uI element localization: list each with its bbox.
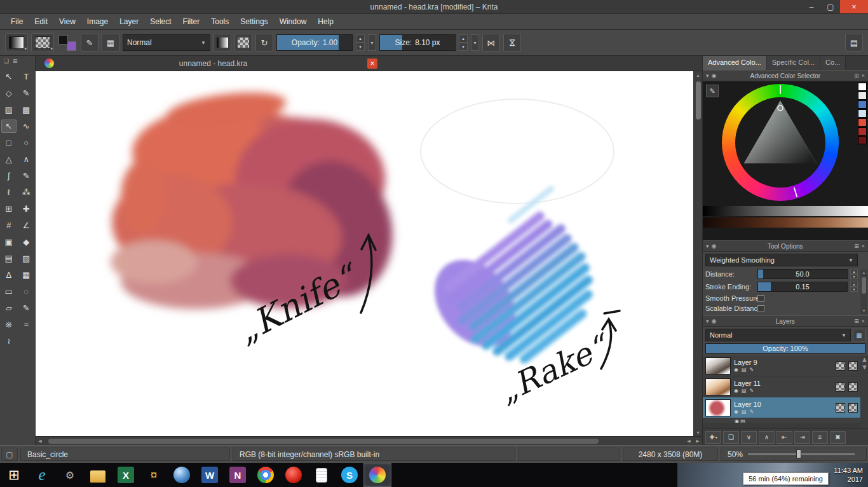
taskbar-word[interactable]: W [196, 463, 224, 487]
layer-lock-icon[interactable]: ▤ [742, 367, 747, 373]
dynamic-brush-tool[interactable]: ℓ [1, 186, 17, 199]
color-shade-bar[interactable] [703, 217, 868, 228]
menu-item[interactable]: Settings [234, 15, 273, 28]
layer-alpha-icon[interactable]: ✎ [750, 367, 754, 373]
brush-preset-chooser-button[interactable]: ▦ [102, 34, 119, 51]
spin-up-icon[interactable]: ▲ [850, 269, 858, 274]
color-swatch[interactable] [858, 92, 867, 100]
magnetic-select-tool[interactable]: ≀ [1, 334, 17, 348]
spin-up-icon[interactable]: ▲ [356, 34, 365, 43]
delete-layer-button[interactable]: ✖ [830, 431, 846, 444]
color-swatch[interactable] [858, 109, 867, 118]
rect-select-tool[interactable]: ▭ [1, 285, 17, 298]
spin-down-icon[interactable]: ▼ [850, 287, 858, 292]
layer-visibility-icon[interactable]: ◉ [734, 388, 738, 394]
collapse-icon[interactable]: ▾ [706, 243, 709, 249]
menu-item[interactable]: Image [81, 15, 114, 28]
background-color-swatch[interactable] [67, 41, 76, 51]
spin-up-icon[interactable]: ▲ [850, 282, 858, 287]
taskbar-clock[interactable]: 11:43 AM 2017 [834, 466, 863, 484]
menu-item[interactable]: Select [144, 15, 177, 28]
taskbar-excel[interactable]: X [112, 463, 140, 487]
layer-visibility-icon[interactable]: ◉ [734, 409, 738, 415]
collapse-icon[interactable]: ▾ [706, 318, 709, 324]
smooth-pressure-checkbox[interactable] [757, 295, 764, 302]
color-swatch[interactable] [858, 83, 867, 91]
gradient-edit-tool[interactable]: ▨ [1, 103, 17, 116]
opacity-slider[interactable]: Opacity: 1.00 [276, 34, 353, 51]
move-layer-left-button[interactable]: ⇤ [776, 431, 792, 444]
paint-gradient-button[interactable] [214, 34, 231, 51]
move-layer-right-button[interactable]: ⇥ [794, 431, 810, 444]
opacity-dropdown-button[interactable]: ▼ [368, 34, 376, 51]
layer-opacity-slider[interactable]: Opacity: 100% [705, 343, 865, 353]
polygon-tool[interactable]: △ [1, 153, 17, 166]
mirror-vertical-button[interactable]: ⋈ [503, 34, 521, 51]
option-slider[interactable]: 50.0 [757, 269, 848, 279]
taskbar-globe[interactable] [168, 463, 196, 487]
similar-select-tool[interactable]: ≈ [18, 318, 34, 331]
canvas-horizontal-scrollbar[interactable]: ◀ ◀ ▶ [36, 436, 702, 445]
float-docker-icon[interactable]: ⊞ [854, 72, 859, 79]
advanced-color-selector[interactable]: ✎ [703, 81, 868, 240]
foreground-color-swatch[interactable] [58, 35, 68, 45]
color-swatch[interactable] [858, 100, 867, 109]
gradient-chooser-button[interactable]: ▾ [5, 33, 28, 52]
gradient-tool[interactable]: ▤ [1, 252, 17, 265]
calligraphy-tool[interactable]: ✎ [18, 86, 34, 100]
taskbar-settings[interactable]: ⚙ [56, 463, 84, 487]
scrollbar-thumb[interactable] [862, 277, 866, 294]
smart-patch-tool[interactable]: ▧ [18, 252, 34, 265]
menu-item[interactable]: Layer [114, 15, 144, 28]
scroll-down-icon[interactable]: ▼ [861, 363, 868, 371]
docker-menu-icon[interactable]: ◉ [712, 243, 717, 249]
taskbar-krita[interactable] [363, 463, 391, 487]
add-layer-button[interactable]: ✚▾ [705, 431, 721, 444]
layer-row[interactable]: Layer 9 ◉ ▤ ✎ [703, 355, 860, 376]
color-swatch[interactable] [858, 136, 867, 144]
text-tool[interactable]: T [18, 70, 34, 83]
foreground-background-colors[interactable] [57, 33, 78, 52]
menu-item[interactable]: View [53, 15, 81, 28]
hue-ring[interactable] [722, 84, 839, 201]
transform-tool[interactable]: # [1, 219, 17, 232]
toolbox-float-icon[interactable]: ❏ [4, 58, 9, 67]
polygon-select-tool[interactable]: ▱ [1, 301, 17, 315]
collapse-icon[interactable]: ▾ [706, 72, 709, 79]
color-picker-tool[interactable]: ◆ [18, 235, 34, 249]
scroll-left-icon[interactable]: ◀ [684, 437, 693, 445]
scroll-down-icon[interactable]: ▼ [694, 429, 702, 436]
layer-visibility-icon[interactable]: ◉ [734, 367, 738, 373]
canvas-vertical-scrollbar[interactable]: ▲ ▼ [693, 71, 702, 436]
grid-tool[interactable]: ▦ [18, 268, 34, 282]
menu-item[interactable]: File [5, 15, 29, 28]
docker-tab[interactable]: Co... [820, 56, 846, 70]
pattern-chooser-button[interactable]: ▾ [31, 33, 54, 52]
outline-select-tool[interactable]: ✎ [18, 301, 34, 315]
docker-tab[interactable]: Specific Col... [767, 56, 820, 70]
freehand-brush-tool[interactable]: ✎ [18, 169, 34, 182]
color-swatch[interactable] [858, 118, 867, 127]
toolbox-menu-icon[interactable]: ⊞ [13, 58, 18, 67]
taskbar-skype[interactable]: S [336, 463, 363, 487]
option-slider[interactable]: 0.15 [757, 282, 848, 292]
float-docker-icon[interactable]: ⊞ [854, 318, 859, 324]
layer-list-scrollbar[interactable]: ▲ ▼ [861, 355, 868, 429]
fill-tool[interactable]: ▣ [1, 235, 17, 249]
ellipse-select-tool[interactable]: ◌ [18, 285, 34, 298]
layer-row-partial[interactable]: ◉ ▤ [703, 418, 860, 423]
scroll-right-icon[interactable]: ▶ [693, 437, 702, 445]
brush-size-slider[interactable]: Size: 8.10 px [379, 34, 456, 51]
bezier-curve-tool[interactable]: ∫ [1, 169, 17, 182]
multibrush-tool[interactable]: ⁂ [18, 186, 34, 199]
reload-preset-button[interactable]: ↻ [255, 34, 273, 51]
close-docker-icon[interactable]: × [862, 318, 865, 324]
move-layer-up-button[interactable]: ∧ [759, 431, 775, 444]
color-swatch[interactable] [858, 127, 867, 135]
layer-blending-mode-select[interactable]: Normal ▼ [705, 329, 851, 341]
document-tab[interactable]: unnamed - head.kra × [59, 58, 380, 69]
scroll-down-icon[interactable]: ▼ [862, 308, 866, 314]
layer-properties-button[interactable]: ≡ [812, 431, 828, 444]
blending-mode-select[interactable]: Normal ▼ [123, 34, 210, 51]
layer-alpha-icon[interactable]: ✎ [750, 409, 754, 415]
